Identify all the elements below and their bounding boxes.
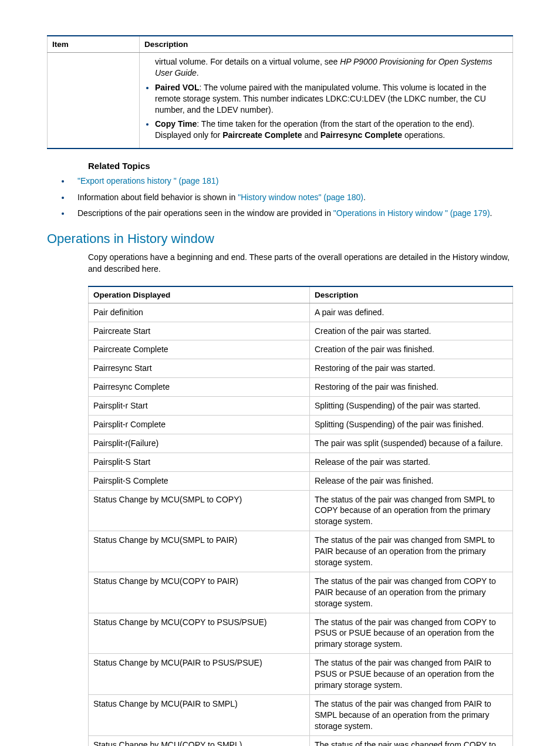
description-cell: Creation of the pair was finished. bbox=[310, 340, 513, 359]
table-header-description: Description bbox=[140, 36, 513, 53]
operation-cell: Pairsplit-S Complete bbox=[89, 471, 310, 490]
operation-cell: Status Change by MCU(COPY to PAIR) bbox=[89, 572, 310, 613]
operation-cell: Pairsplit-S Start bbox=[89, 453, 310, 471]
description-cell: Creation of the pair was started. bbox=[310, 322, 513, 340]
description-cell: Release of the pair was finished. bbox=[310, 471, 513, 490]
description-cell: The status of the pair was changed from … bbox=[310, 654, 513, 695]
operation-cell: Pairsplit-r(Failure) bbox=[89, 434, 310, 453]
table-row: Status Change by MCU(PAIR to PSUS/PSUE)T… bbox=[89, 654, 513, 695]
operations-table: Operation Displayed Description Pair def… bbox=[88, 286, 513, 746]
related-topics-heading: Related Topics bbox=[88, 161, 513, 171]
description-cell: The pair was split (suspended) because o… bbox=[310, 434, 513, 453]
description-cell: The status of the pair was changed from … bbox=[310, 613, 513, 654]
description-cell: Splitting (Suspending) of the pair was s… bbox=[310, 397, 513, 416]
operation-cell: Status Change by MCU(COPY to PSUS/PSUE) bbox=[89, 613, 310, 654]
section-heading-operations: Operations in History window bbox=[47, 231, 513, 247]
table-row: Pairresync CompleteRestoring of the pair… bbox=[89, 378, 513, 397]
table-row: Status Change by MCU(COPY to PSUS/PSUE)T… bbox=[89, 613, 513, 654]
list-item: Copy Time: The time taken for the operat… bbox=[155, 119, 508, 141]
table-row: Paircreate CompleteCreation of the pair … bbox=[89, 340, 513, 359]
list-item: Information about field behavior is show… bbox=[70, 192, 513, 204]
operation-cell: Pair definition bbox=[89, 303, 310, 322]
description-cell: Restoring of the pair was started. bbox=[310, 359, 513, 378]
operation-cell: Pairresync Complete bbox=[89, 378, 310, 397]
link-operations-in-history[interactable]: "Operations in History window " (page 17… bbox=[333, 208, 490, 218]
operation-cell: Status Change by MCU(COPY to SMPL) bbox=[89, 735, 310, 746]
section-intro-text: Copy operations have a beginning and end… bbox=[88, 251, 513, 275]
operation-cell: Status Change by MCU(SMPL to PAIR) bbox=[89, 531, 310, 572]
description-cell: Restoring of the pair was finished. bbox=[310, 378, 513, 397]
list-item: Paired VOL: The volume paired with the m… bbox=[155, 82, 508, 116]
operation-cell: Paircreate Start bbox=[89, 322, 310, 340]
table-header-item: Item bbox=[48, 36, 140, 53]
description-cell: Splitting (Suspending) of the pair was f… bbox=[310, 415, 513, 434]
continuation-text: virtual volume. For details on a virtual… bbox=[155, 56, 508, 79]
operation-cell: Paircreate Complete bbox=[89, 340, 310, 359]
table-row: virtual volume. For details on a virtual… bbox=[48, 53, 513, 149]
table-header-operation: Operation Displayed bbox=[89, 286, 310, 303]
table-header-description: Description bbox=[310, 286, 513, 303]
table-row: Status Change by MCU(COPY to PAIR)The st… bbox=[89, 572, 513, 613]
table-row: Status Change by MCU(SMPL to COPY)The st… bbox=[89, 490, 513, 531]
description-cell: The status of the pair was changed from … bbox=[310, 735, 513, 746]
operation-cell: Pairresync Start bbox=[89, 359, 310, 378]
related-topics-list: "Export operations history " (page 181) … bbox=[70, 175, 513, 220]
table-row: Status Change by MCU(COPY to SMPL)The st… bbox=[89, 735, 513, 746]
table-row: Status Change by MCU(PAIR to SMPL)The st… bbox=[89, 694, 513, 735]
list-item: Descriptions of the pair operations seen… bbox=[70, 208, 513, 220]
operation-cell: Pairsplit-r Start bbox=[89, 397, 310, 416]
operation-cell: Status Change by MCU(PAIR to SMPL) bbox=[89, 694, 310, 735]
description-cell: The status of the pair was changed from … bbox=[310, 490, 513, 531]
table-row: Pairsplit-r CompleteSplitting (Suspendin… bbox=[89, 415, 513, 434]
table-row: Pairsplit-S StartRelease of the pair was… bbox=[89, 453, 513, 471]
description-cell: Release of the pair was started. bbox=[310, 453, 513, 471]
operation-cell: Status Change by MCU(PAIR to PSUS/PSUE) bbox=[89, 654, 310, 695]
table-row: Pairsplit-S CompleteRelease of the pair … bbox=[89, 471, 513, 490]
description-cell: The status of the pair was changed from … bbox=[310, 694, 513, 735]
table-row: Pair definitionA pair was defined. bbox=[89, 303, 513, 322]
table-row: Paircreate StartCreation of the pair was… bbox=[89, 322, 513, 340]
description-cell: A pair was defined. bbox=[310, 303, 513, 322]
list-item: "Export operations history " (page 181) bbox=[70, 175, 513, 187]
table-row: Pairresync StartRestoring of the pair wa… bbox=[89, 359, 513, 378]
link-history-window-notes[interactable]: "History window notes" (page 180) bbox=[238, 193, 363, 202]
operation-cell: Pairsplit-r Complete bbox=[89, 415, 310, 434]
operation-cell: Status Change by MCU(SMPL to COPY) bbox=[89, 490, 310, 531]
link-export-operations[interactable]: "Export operations history " (page 181) bbox=[77, 176, 218, 185]
table-row: Pairsplit-r(Failure)The pair was split (… bbox=[89, 434, 513, 453]
description-cell: The status of the pair was changed from … bbox=[310, 531, 513, 572]
table-row: Status Change by MCU(SMPL to PAIR)The st… bbox=[89, 531, 513, 572]
table-row: Pairsplit-r StartSplitting (Suspending) … bbox=[89, 397, 513, 416]
item-description-table: Item Description virtual volume. For det… bbox=[47, 35, 513, 149]
description-cell: The status of the pair was changed from … bbox=[310, 572, 513, 613]
